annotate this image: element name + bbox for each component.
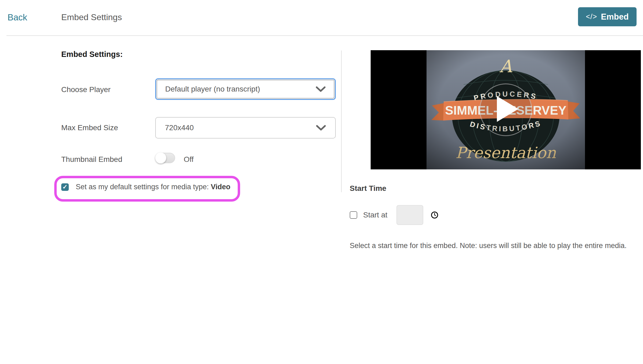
play-button[interactable] — [479, 83, 532, 136]
max-embed-size-select[interactable]: 720x440 — [155, 117, 336, 139]
default-settings-label: Set as my default settings for media typ… — [76, 183, 230, 191]
back-link[interactable]: Back — [8, 12, 27, 23]
code-icon: </> — [586, 13, 597, 21]
start-time-heading: Start Time — [350, 184, 386, 193]
max-embed-size-value: 720x440 — [165, 123, 194, 132]
checkmark-icon: ✓ — [62, 183, 67, 191]
start-at-label: Start at — [363, 211, 387, 219]
choose-player-select[interactable]: Default player (no transcript) — [155, 78, 336, 100]
start-time-note: Select a start time for this embed. Note… — [350, 242, 627, 250]
thumbnail-embed-state: Off — [184, 155, 194, 164]
chevron-down-icon — [316, 86, 326, 92]
chevron-down-icon — [316, 125, 326, 131]
play-icon — [480, 84, 530, 134]
header-divider — [6, 35, 643, 36]
thumbnail-embed-toggle[interactable] — [155, 153, 175, 163]
max-embed-size-label: Max Embed Size — [61, 123, 118, 132]
choose-player-value: Default player (no transcript) — [165, 85, 260, 93]
clock-icon — [431, 211, 438, 219]
embed-button[interactable]: </> Embed — [578, 7, 637, 26]
embed-button-label: Embed — [601, 12, 628, 22]
start-time-input[interactable] — [396, 205, 423, 225]
default-settings-checkbox[interactable]: ✓ — [61, 183, 69, 191]
choose-player-label: Choose Player — [61, 85, 111, 94]
thumbnail-embed-label: Thumbnail Embed — [61, 155, 122, 164]
embed-settings-page: Back Embed Settings </> Embed Embed Sett… — [0, 0, 643, 364]
media-type-value: Video — [211, 183, 230, 191]
default-settings-row: ✓ Set as my default settings for media t… — [61, 183, 230, 191]
page-title: Embed Settings — [61, 12, 122, 22]
start-at-checkbox[interactable] — [350, 211, 357, 219]
video-preview: A PRODUCERS SIMMEL-MESERVEY DISTRIBUTORS… — [371, 50, 641, 169]
start-time-row: Start at — [350, 205, 438, 225]
toggle-knob — [155, 152, 166, 163]
embed-settings-heading: Embed Settings: — [61, 50, 123, 59]
vertical-divider — [341, 50, 342, 192]
